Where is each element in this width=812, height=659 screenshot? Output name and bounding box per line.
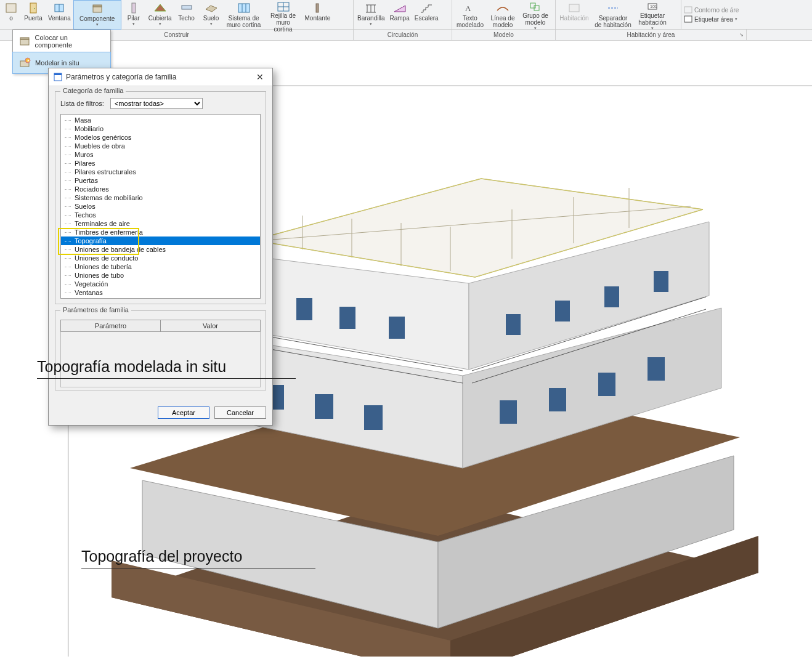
tree-item[interactable]: Pilares [61,159,260,168]
ribbon-item-etiquetar-area[interactable]: Etiquetar área ▾ [684,15,739,23]
ribbon-item-suelo[interactable]: Suelo ▾ [199,0,224,30]
tree-item[interactable]: Uniones de tubería [61,262,260,271]
ribbon-group-habitacion: Habitación Separador de habitación 101 E… [556,0,681,29]
model-text-icon: A [463,1,477,15]
chevron-down-icon: ▾ [159,22,161,26]
chevron-down-icon: ▾ [210,22,213,26]
tree-item[interactable]: Topografía [61,237,260,245]
svg-rect-57 [296,298,312,320]
param-col-header[interactable]: Parámetro [61,320,161,332]
tree-item[interactable]: Modelos genéricos [61,133,260,142]
close-button[interactable]: ✕ [253,71,267,83]
ribbon-item-rampa[interactable]: Rampa [387,0,412,30]
tree-item[interactable]: Rociadores [61,185,260,193]
svg-rect-59 [389,317,405,339]
ribbon-item-componente[interactable]: Componente ▾ [73,0,121,30]
svg-point-2 [34,8,35,9]
menu-item-colocar-componente[interactable]: Colocar un componente [13,30,110,52]
svg-rect-34 [20,38,29,39]
dialog-titlebar[interactable]: Parámetros y categoría de familia ✕ [49,68,272,86]
tree-item[interactable]: Uniones de tubo [61,271,260,280]
room-tag-icon: 101 [645,1,660,12]
svg-marker-23 [394,6,405,12]
svg-rect-60 [506,314,521,335]
svg-rect-0 [6,4,16,12]
ribbon-item-cubierta[interactable]: Cubierta ▾ [146,0,174,30]
tree-item[interactable]: Sistemas de mobiliario [61,193,260,202]
filter-label: Lista de filtros: [60,100,104,107]
tree-item[interactable]: Terminales de aire [61,219,260,228]
svg-rect-6 [93,5,102,7]
tree-item[interactable]: Muebles de obra [61,142,260,150]
tree-item[interactable]: Timbres de enfermería [61,228,260,237]
svg-rect-32 [684,16,692,22]
ribbon-item-techo[interactable]: Techo [174,0,199,30]
chevron-down-icon: ▾ [370,22,372,26]
ribbon-item-truncated[interactable]: o [1,0,21,30]
svg-text:✶: ✶ [26,59,30,63]
svg-text:101: 101 [650,4,657,9]
svg-rect-11 [238,4,250,12]
ribbon-item-rejilla-muro-cortina[interactable]: Rejilla de muro cortina [264,0,302,30]
mullion-icon [310,1,325,15]
tree-item[interactable]: Suelos [61,202,260,211]
svg-rect-52 [598,373,615,396]
ribbon-item-montante[interactable]: Montante [302,0,333,30]
ceiling-icon [179,1,194,15]
param-table: Parámetro Valor [60,320,261,332]
ribbon-item-pilar[interactable]: Pilar ▾ [121,0,146,30]
ribbon-item-separador-habitacion[interactable]: Separador de habitación [591,0,635,30]
svg-rect-51 [549,388,566,411]
ribbon-section-habitacion: Habitación y área ↘ [556,30,747,40]
ribbon-item-grupo-modelo[interactable]: Grupo de modelo ▾ [519,0,552,30]
svg-rect-31 [684,7,692,13]
tree-item[interactable]: Uniones de bandeja de cables [61,245,260,254]
svg-text:A: A [465,4,471,13]
svg-rect-17 [316,4,319,12]
value-col-header[interactable]: Valor [161,320,261,332]
ribbon-group-construir: o Puerta Ventana Componente ▾ Pilar ▾ Cu… [0,0,354,29]
ribbon-item-puerta[interactable]: Puerta [21,0,46,30]
svg-rect-78 [54,73,62,75]
ribbon-item-etiquetar-habitacion[interactable]: 101 Etiquetar habitación ▾ [635,0,670,30]
svg-rect-5 [93,7,102,12]
tree-item[interactable]: Pilares estructurales [61,168,260,176]
ribbon-group-modelo: A Texto modelado Línea de modelo Grupo d… [452,0,556,29]
cancel-button[interactable]: Cancelar [214,406,266,419]
svg-rect-61 [555,301,570,321]
tree-item[interactable]: Vegetación [61,280,260,288]
tree-item[interactable]: Techos [61,211,260,219]
ribbon-section-circulacion: Circulación [354,30,452,40]
menu-item-label: Colocar un componente [35,34,105,49]
ribbon-item-barandilla[interactable]: Barandilla ▾ [355,0,387,30]
ribbon-item-escalera[interactable]: Escalera [412,0,441,30]
svg-rect-9 [182,6,192,9]
tree-item[interactable]: Masa [61,116,260,124]
room-separator-icon [606,1,620,15]
ribbon-item-sistema-muro-cortina[interactable]: Sistema de muro cortina [224,0,264,30]
groupbox-label: Parámetros de familia [60,306,131,313]
roof-icon [153,1,168,15]
tree-item[interactable]: Muros [61,150,260,159]
ramp-icon [392,1,407,15]
ribbon-item-texto-modelado[interactable]: A Texto modelado [453,0,487,30]
ribbon-item-linea-modelo[interactable]: Línea de modelo [487,0,519,30]
door-icon [26,1,41,15]
dialog-launcher-icon[interactable]: ↘ [739,32,744,38]
svg-rect-7 [132,3,136,13]
svg-rect-49 [364,405,383,430]
category-tree[interactable]: MasaMobiliarioModelos genéricosMuebles d… [60,114,261,299]
filter-select[interactable]: <mostrar todas> [110,98,203,109]
ok-button[interactable]: Aceptar [158,406,209,419]
tree-item[interactable]: Mobiliario [61,124,260,133]
svg-rect-27 [569,4,579,12]
ribbon-item-ventana[interactable]: Ventana [46,0,73,30]
tree-item[interactable]: Puertas [61,176,260,185]
svg-rect-63 [654,271,668,292]
tree-item[interactable]: Uniones de conducto [61,254,260,262]
tree-item[interactable]: Ventanas [61,288,260,297]
stair-icon [419,1,434,15]
component-icon [90,2,105,15]
model-group-icon [528,1,543,12]
column-icon [126,1,141,15]
